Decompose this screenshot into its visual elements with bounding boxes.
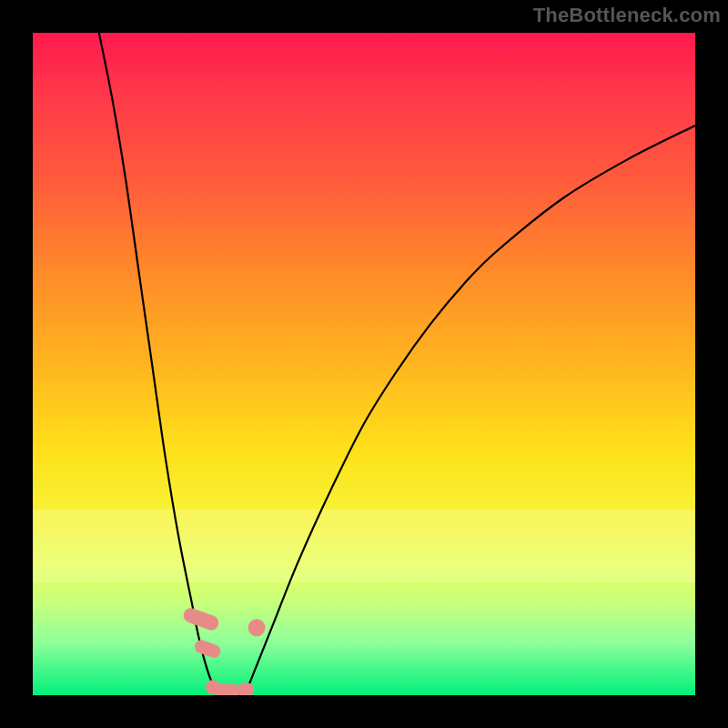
curve-left bbox=[99, 33, 218, 695]
marker-pill bbox=[193, 638, 222, 660]
marker-pill bbox=[238, 682, 254, 695]
plot-area bbox=[33, 33, 695, 695]
marker-pill bbox=[214, 684, 240, 695]
marker-dot bbox=[248, 619, 266, 636]
markers-group bbox=[181, 606, 265, 695]
chart-frame: TheBottleneck.com bbox=[0, 0, 728, 728]
marker-pill bbox=[181, 606, 220, 632]
watermark-text: TheBottleneck.com bbox=[533, 4, 721, 27]
curve-layer bbox=[33, 33, 695, 695]
curve-right bbox=[245, 126, 695, 695]
